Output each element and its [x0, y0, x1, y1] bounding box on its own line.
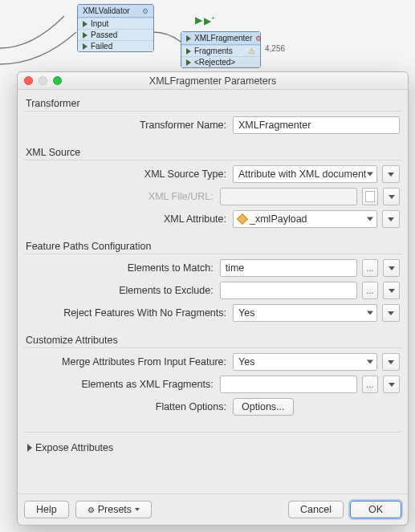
select-value: Yes [238, 356, 254, 368]
xml-attribute-select[interactable]: _xmlPayload [233, 210, 377, 228]
browse-file-button[interactable] [362, 188, 379, 205]
node-header: XMLFragmenter ⚙ [181, 32, 260, 45]
window-controls [24, 76, 62, 85]
play-icon[interactable]: ▶+ [204, 14, 215, 26]
elements-as-xml-field[interactable] [220, 376, 357, 393]
port-arrow-icon [186, 35, 191, 42]
port-label: Input [91, 19, 108, 28]
maximize-icon[interactable] [53, 76, 62, 85]
close-icon[interactable] [24, 76, 33, 85]
source-type-extra-button[interactable] [382, 165, 400, 183]
node-title: XMLValidator [83, 6, 130, 15]
row-flatten: Flatten Options: Options... [26, 398, 400, 416]
row-reject-no-fragments: Reject Features With No Fragments: Yes [26, 304, 400, 322]
ok-button[interactable]: OK [350, 501, 401, 518]
port-label: Failed [91, 42, 112, 51]
label-source-type: XML Source Type: [26, 169, 228, 180]
node-port[interactable]: Passed [78, 29, 153, 40]
port-label: <Rejected> [194, 58, 235, 67]
source-type-select[interactable]: Attribute with XML document [233, 165, 377, 183]
elements-exclude-extra-button[interactable] [383, 282, 400, 299]
chevron-down-icon [389, 266, 395, 270]
label-xml-attribute: XML Attribute: [26, 213, 228, 225]
minimize-icon [39, 76, 47, 85]
play-icon[interactable]: ▶ [195, 14, 202, 26]
chevron-down-icon [389, 383, 395, 387]
divider [24, 347, 401, 348]
chevron-down-icon [388, 217, 394, 221]
merge-extra-button[interactable] [382, 353, 400, 371]
chevron-down-icon [367, 360, 373, 364]
node-xmlvalidator[interactable]: XMLValidator ⚙ Input Passed Failed [77, 4, 154, 52]
port-arrow-icon [83, 43, 87, 50]
node-title: XMLFragmenter [194, 34, 252, 43]
label-elements-as-xml: Elements as XML Fragments: [26, 379, 215, 390]
node-xmlfragmenter[interactable]: XMLFragmenter ⚙ Fragments⚠ <Rejected> [181, 31, 261, 68]
chevron-down-icon [367, 311, 373, 315]
row-elements-match: Elements to Match: ... [26, 259, 400, 277]
row-file-url: XML File/URL: [26, 188, 400, 205]
label-elements-exclude: Elements to Exclude: [26, 285, 215, 296]
gear-icon[interactable]: ⚙ [255, 35, 262, 43]
flatten-options-button[interactable]: Options... [233, 398, 294, 416]
elements-as-xml-edit-button[interactable]: ... [362, 376, 379, 393]
label-elements-match: Elements to Match: [26, 262, 215, 274]
chevron-down-icon [367, 173, 373, 177]
transformer-name-field[interactable] [233, 116, 400, 134]
node-port[interactable]: Input [78, 18, 153, 29]
port-label: Passed [91, 30, 117, 39]
port-arrow-icon [186, 48, 191, 55]
row-source-type: XML Source Type: Attribute with XML docu… [26, 165, 400, 183]
dialog-title: XMLFragmenter Parameters [18, 75, 408, 87]
warning-icon: ⚠ [248, 47, 255, 55]
reject-extra-button[interactable] [382, 304, 400, 322]
elements-match-field[interactable] [220, 259, 357, 277]
attribute-icon [237, 213, 248, 225]
run-controls[interactable]: ▶ ▶+ [195, 14, 215, 26]
port-arrow-icon [83, 21, 87, 27]
label-merge-attrs: Merge Attributes From Input Feature: [26, 356, 228, 368]
file-url-extra-button[interactable] [383, 188, 400, 205]
chevron-down-icon [135, 508, 140, 511]
workflow-canvas: XMLValidator ⚙ Input Passed Failed ▶ ▶+ … [0, 0, 415, 80]
chevron-down-icon [388, 360, 394, 364]
chevron-down-icon [388, 173, 394, 177]
select-value: Yes [238, 307, 254, 319]
elements-as-xml-extra-button[interactable] [383, 376, 400, 393]
node-port[interactable]: Fragments⚠ [181, 45, 260, 56]
cancel-button[interactable]: Cancel [288, 501, 344, 518]
chevron-down-icon [389, 289, 395, 293]
elements-match-extra-button[interactable] [383, 259, 400, 277]
port-arrow-icon [83, 32, 87, 39]
port-arrow-icon [186, 59, 191, 66]
label-flatten: Flatten Options: [26, 401, 228, 412]
divider [24, 111, 401, 112]
node-header: XMLValidator ⚙ [78, 5, 153, 18]
section-heading-customize: Customize Attributes [24, 331, 401, 347]
elements-exclude-field[interactable] [220, 282, 357, 299]
presets-label: Presets [98, 504, 132, 515]
row-elements-exclude: Elements to Exclude: ... [26, 282, 400, 299]
file-url-field [220, 188, 357, 205]
elements-exclude-edit-button[interactable]: ... [362, 282, 379, 299]
divider [24, 160, 401, 160]
row-elements-as-xml: Elements as XML Fragments: ... [26, 376, 400, 393]
merge-attrs-select[interactable]: Yes [233, 353, 377, 371]
node-port[interactable]: Failed [78, 40, 153, 51]
node-port[interactable]: <Rejected> [181, 56, 260, 67]
elements-match-edit-button[interactable]: ... [362, 259, 379, 277]
label-file-url: XML File/URL: [26, 191, 215, 202]
chevron-down-icon [388, 311, 394, 315]
row-merge-attrs: Merge Attributes From Input Feature: Yes [26, 353, 400, 371]
chevron-down-icon [367, 217, 373, 221]
section-heading-transformer: Transformer [24, 95, 401, 111]
expose-attributes-toggle[interactable]: Expose Attributes [24, 437, 401, 458]
section-heading-paths: Feature Paths Configuration [24, 238, 401, 254]
feature-count: 4,256 [265, 44, 285, 53]
reject-no-fragments-select[interactable]: Yes [233, 304, 377, 322]
chevron-down-icon [389, 195, 395, 199]
xml-attribute-extra-button[interactable] [382, 210, 400, 228]
presets-button[interactable]: ⚙ Presets [75, 501, 152, 518]
help-button[interactable]: Help [24, 501, 69, 518]
gear-icon[interactable]: ⚙ [142, 7, 149, 15]
